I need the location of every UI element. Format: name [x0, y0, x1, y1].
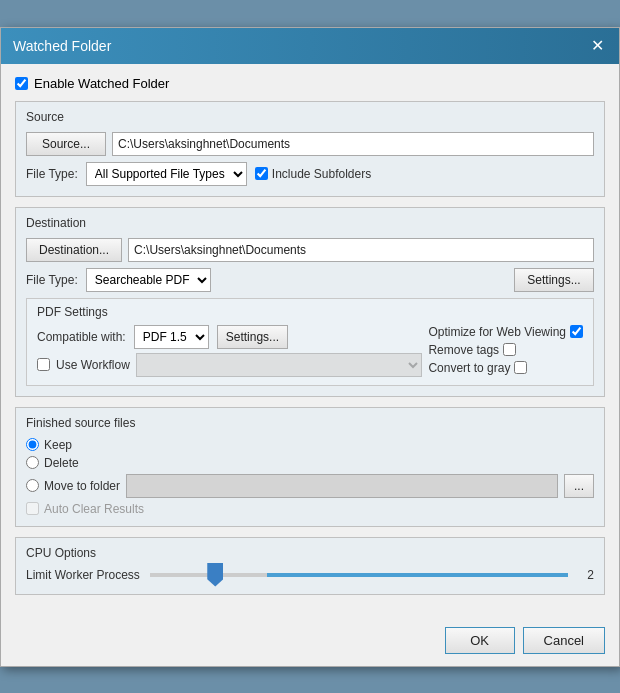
pdf-inner-settings-button[interactable]: Settings...: [217, 325, 288, 349]
dialog-title: Watched Folder: [13, 38, 111, 54]
enable-checkbox[interactable]: [15, 77, 28, 90]
move-browse-button[interactable]: ...: [564, 474, 594, 498]
workflow-checkbox[interactable]: [37, 358, 50, 371]
compat-row: Compatible with: PDF 1.5 PDF 1.4 PDF 1.6…: [37, 325, 422, 349]
workflow-label[interactable]: Use Workflow: [56, 358, 130, 372]
source-button[interactable]: Source...: [26, 132, 106, 156]
slider-value: 2: [578, 568, 594, 582]
pdf-right-checkboxes: Optimize for Web Viewing Remove tags Con…: [428, 325, 583, 375]
optimize-label[interactable]: Optimize for Web Viewing: [428, 325, 583, 339]
enable-label[interactable]: Enable Watched Folder: [34, 76, 169, 91]
cpu-slider[interactable]: [150, 573, 568, 577]
move-path-input[interactable]: [126, 474, 558, 498]
auto-clear-checkbox[interactable]: [26, 502, 39, 515]
source-path-input[interactable]: [112, 132, 594, 156]
dialog-body: Enable Watched Folder Source Source... F…: [1, 64, 619, 619]
source-section: Source Source... File Type: All Supporte…: [15, 101, 605, 197]
slider-container: Limit Worker Process 2: [26, 568, 594, 582]
convert-gray-label[interactable]: Convert to gray: [428, 361, 583, 375]
destination-filetype-row: File Type: Searcheable PDF PDF PDF/A TIF…: [26, 268, 594, 292]
dest-settings-button[interactable]: Settings...: [514, 268, 594, 292]
cancel-button[interactable]: Cancel: [523, 627, 605, 654]
compat-label: Compatible with:: [37, 330, 126, 344]
cpu-section: CPU Options Limit Worker Process 2: [15, 537, 605, 595]
convert-gray-checkbox[interactable]: [514, 361, 527, 374]
destination-section: Destination Destination... File Type: Se…: [15, 207, 605, 397]
destination-path-row: Destination...: [26, 238, 594, 262]
bottom-bar: OK Cancel: [1, 619, 619, 666]
move-radio[interactable]: [26, 479, 39, 492]
pdf-settings-left: Compatible with: PDF 1.5 PDF 1.4 PDF 1.6…: [37, 325, 422, 377]
watched-folder-dialog: Watched Folder ✕ Enable Watched Folder S…: [0, 27, 620, 667]
destination-button[interactable]: Destination...: [26, 238, 122, 262]
enable-row: Enable Watched Folder: [15, 76, 605, 91]
destination-path-input[interactable]: [128, 238, 594, 262]
delete-radio[interactable]: [26, 456, 39, 469]
pdf-settings-title: PDF Settings: [37, 305, 583, 319]
optimize-checkbox[interactable]: [570, 325, 583, 338]
delete-radio-label[interactable]: Delete: [26, 456, 594, 470]
title-bar: Watched Folder ✕: [1, 28, 619, 64]
remove-tags-label[interactable]: Remove tags: [428, 343, 583, 357]
workflow-select[interactable]: [136, 353, 423, 377]
ok-button[interactable]: OK: [445, 627, 515, 654]
compat-select[interactable]: PDF 1.5 PDF 1.4 PDF 1.6 PDF 1.7: [134, 325, 209, 349]
keep-radio[interactable]: [26, 438, 39, 451]
auto-clear-label[interactable]: Auto Clear Results: [26, 502, 594, 516]
source-filetype-label: File Type:: [26, 167, 78, 181]
source-path-row: Source...: [26, 132, 594, 156]
workflow-row: Use Workflow: [37, 353, 422, 377]
remove-tags-checkbox[interactable]: [503, 343, 516, 356]
keep-radio-label[interactable]: Keep: [26, 438, 594, 452]
slider-label: Limit Worker Process: [26, 568, 140, 582]
pdf-settings-group: PDF Settings Compatible with: PDF 1.5 PD…: [26, 298, 594, 386]
source-filetype-row: File Type: All Supported File Types PDF …: [26, 162, 594, 186]
move-radio-label[interactable]: Move to folder: [26, 479, 120, 493]
source-filetype-select[interactable]: All Supported File Types PDF TIFF JPEG: [86, 162, 247, 186]
source-section-label: Source: [26, 110, 594, 124]
cpu-section-label: CPU Options: [26, 546, 594, 560]
include-subfolders-checkbox[interactable]: [255, 167, 268, 180]
finished-section: Finished source files Keep Delete Move t…: [15, 407, 605, 527]
dest-filetype-select[interactable]: Searcheable PDF PDF PDF/A TIFF JPEG: [86, 268, 211, 292]
move-row: Move to folder ...: [26, 474, 594, 498]
finished-section-label: Finished source files: [26, 416, 594, 430]
include-subfolders-label[interactable]: Include Subfolders: [255, 167, 371, 181]
dest-filetype-label: File Type:: [26, 273, 78, 287]
destination-section-label: Destination: [26, 216, 594, 230]
close-button[interactable]: ✕: [587, 36, 607, 56]
